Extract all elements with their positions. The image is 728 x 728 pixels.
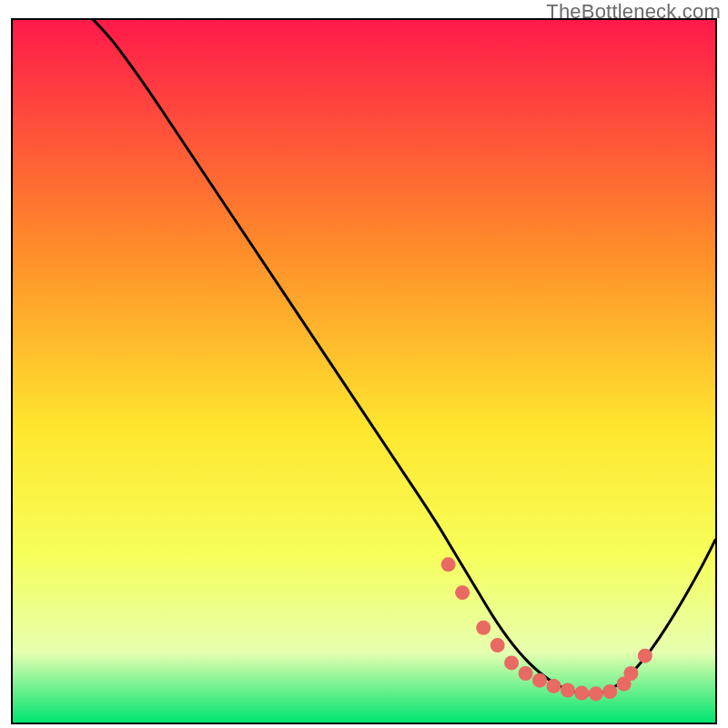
marker-point — [638, 649, 652, 663]
chart-canvas: TheBottleneck.com — [0, 0, 728, 728]
marker-point — [532, 673, 547, 688]
curve-line — [13, 20, 715, 694]
marker-point — [589, 686, 603, 701]
marker-point — [490, 638, 505, 652]
marker-point — [623, 666, 638, 681]
marker-point — [546, 679, 561, 693]
marker-point — [561, 683, 575, 698]
chart-overlay — [13, 20, 715, 723]
marker-point — [574, 686, 589, 701]
marker-point — [519, 666, 533, 681]
marker-point — [504, 655, 519, 670]
plot-frame — [11, 18, 717, 724]
marker-point — [602, 684, 617, 699]
highlight-markers — [441, 557, 652, 701]
marker-point — [476, 621, 490, 635]
marker-point — [441, 557, 456, 571]
marker-point — [455, 585, 470, 600]
